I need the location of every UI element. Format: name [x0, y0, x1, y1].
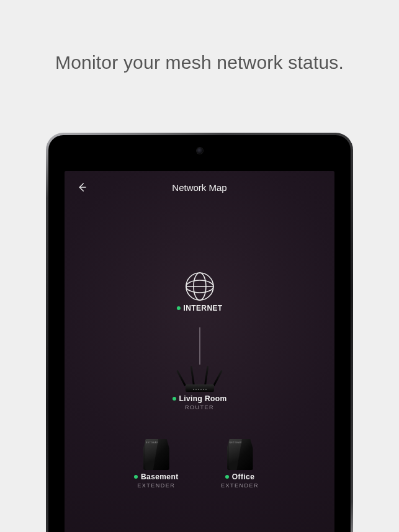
back-button[interactable] [74, 180, 89, 195]
node-extender-basement[interactable]: NETGEAR Basement EXTENDER [134, 439, 179, 489]
status-dot-icon [225, 475, 229, 479]
node-ext1-label: Basement [141, 472, 179, 481]
app-header: Network Map [65, 171, 334, 203]
app-screen: Network Map INTERNET [65, 171, 334, 532]
node-ext2-role: EXTENDER [221, 482, 259, 489]
network-map: INTERNET [65, 203, 334, 532]
node-internet-label: INTERNET [183, 304, 222, 313]
node-router[interactable]: Living Room ROUTER [172, 365, 226, 410]
status-dot-icon [176, 306, 180, 310]
router-icon [178, 365, 222, 392]
page-title: Network Map [172, 182, 226, 193]
node-router-label: Living Room [179, 394, 226, 403]
link-dotted-icon [215, 408, 236, 441]
arrow-left-icon [76, 182, 87, 193]
node-internet[interactable]: INTERNET [176, 272, 222, 313]
link-dotted-icon [165, 408, 186, 441]
status-dot-icon [134, 475, 138, 479]
node-ext2-label: Office [232, 472, 254, 481]
status-dot-icon [172, 397, 176, 401]
node-ext1-role: EXTENDER [137, 482, 175, 489]
promo-caption: Monitor your mesh network status. [0, 0, 399, 74]
extender-icon: NETGEAR [143, 439, 169, 470]
node-router-role: ROUTER [185, 404, 214, 410]
link-line [199, 327, 200, 365]
tablet-camera-icon [197, 148, 203, 154]
tablet-frame: Network Map INTERNET [46, 133, 353, 532]
extender-icon: NETGEAR [227, 439, 253, 470]
globe-icon [184, 272, 214, 301]
node-extender-office[interactable]: NETGEAR Office EXTENDER [221, 439, 259, 489]
